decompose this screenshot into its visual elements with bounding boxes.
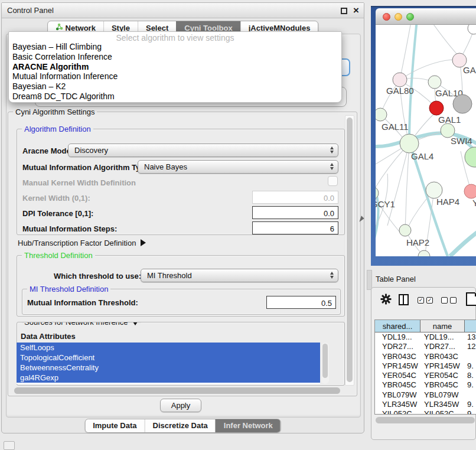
which-threshold-label: Which threshold to use:	[54, 272, 141, 281]
manual-kernel-label: Manual Kernel Width Definition	[22, 178, 136, 187]
data-attributes-list: SelfLoopsTopologicalCoefficientBetweenne…	[17, 343, 320, 384]
network-window-titlebar[interactable]	[376, 8, 476, 25]
mi-steps-field[interactable]	[252, 221, 338, 234]
attribute-item-topologicalcoefficient[interactable]: TopologicalCoefficient	[17, 353, 320, 363]
tab-discretize-data[interactable]: Discretize Data	[145, 419, 216, 432]
network-node-hap4[interactable]	[426, 182, 442, 198]
close-icon[interactable]: ×	[353, 5, 359, 17]
stepper-arrows-icon	[330, 163, 334, 170]
algorithm-dropdown-popup: Select algorithm to view settings Bayesi…	[8, 31, 342, 103]
table-cell: YBR045C	[420, 380, 465, 390]
table-cell: 12	[465, 342, 476, 351]
control-panel-title: Control Panel	[2, 6, 54, 15]
hub-definition-label: Hub/Transcription Factor Definition	[18, 239, 136, 247]
table-row[interactable]: YER054CYER054C8.	[375, 371, 476, 380]
table-row[interactable]: YPR145WYPR145W9.	[375, 361, 476, 371]
kernel-width-field[interactable]	[252, 191, 338, 204]
mac-minimize-icon[interactable]	[395, 13, 402, 21]
expand-right-icon	[141, 239, 146, 246]
attributes-scrollbar[interactable]	[321, 343, 329, 384]
table-row[interactable]: YBR043CYBR043C	[375, 352, 476, 361]
mac-close-icon[interactable]	[383, 13, 390, 21]
network-node[interactable]	[468, 25, 476, 34]
attribute-item-gal4rgexp[interactable]: gal4RGexp	[17, 373, 320, 383]
network-node-gal10[interactable]	[428, 76, 441, 89]
node-label: GAL4	[411, 151, 433, 161]
table-horizontal-scrollbar[interactable]	[374, 416, 476, 424]
algorithm-option-bayesian-hill-climbing[interactable]: Bayesian – Hill Climbing	[9, 42, 341, 52]
network-nodes[interactable]: GALGAL80GAL10GAL1GAL11GAL4SWI4GCY1HAP4YH…	[376, 25, 476, 256]
table-cell: YPR145W	[375, 361, 420, 371]
tab-impute-data[interactable]: Impute Data	[85, 419, 144, 432]
hub-definition-toggle[interactable]: Hub/Transcription Factor Definition	[18, 239, 146, 247]
stepper-arrows-icon	[330, 146, 334, 154]
mi-threshold-definition-group: MI Threshold Definition Mutual Informati…	[22, 289, 341, 315]
tab-infer-network[interactable]: Infer Network	[216, 419, 281, 432]
control-panel-titlebar: Control Panel ×	[2, 3, 364, 18]
network-node[interactable]	[418, 250, 430, 256]
settings-vertical-thumb[interactable]	[347, 118, 353, 382]
table-cell: YIL052C	[420, 409, 465, 415]
network-node-gal4[interactable]	[400, 134, 419, 153]
float-window-icon[interactable]	[341, 8, 347, 14]
table-cell: YER054C	[420, 371, 465, 380]
table-cell: 9.	[465, 361, 476, 371]
network-node-gal11[interactable]	[376, 108, 387, 121]
table-cell: YPR145W	[420, 361, 465, 371]
table-row[interactable]: YIL052CYIL052C9	[375, 409, 476, 415]
column-header-extra[interactable]	[465, 320, 476, 332]
aracne-mode-select[interactable]: Discovery	[68, 144, 338, 157]
network-node-gal1[interactable]	[429, 101, 444, 115]
threshold-definition-group: Threshold Definition Which threshold to …	[17, 255, 345, 317]
table-row[interactable]: YDL19...YDL19...13	[375, 332, 476, 342]
mi-type-select[interactable]: Naive Bayes	[138, 160, 338, 174]
algorithm-option-bayesian-k2[interactable]: Bayesian – K2	[9, 81, 341, 92]
algorithm-option-mutual-information-inference[interactable]: Mutual Information Inference	[9, 71, 341, 81]
document-icon[interactable]	[466, 292, 476, 306]
column-header-name[interactable]: name	[420, 320, 465, 332]
settings-horizontal-thumb[interactable]	[14, 387, 340, 394]
attributes-scrollbar-thumb[interactable]	[322, 344, 328, 378]
algorithm-option-basic-correlation-inference[interactable]: Basic Correlation Inference	[9, 52, 341, 62]
table-row[interactable]: YDR27...YDR27...12	[375, 342, 476, 351]
algorithm-option-dream8-dc-tdc-algorithm[interactable]: Dream8 DC_TDC Algorithm	[9, 92, 341, 102]
apply-button[interactable]: Apply	[160, 399, 201, 412]
network-node-gal80[interactable]	[393, 73, 407, 87]
table-panel-window: ✓ ✓ shared...name YDL19...YDL19...13YDR2…	[371, 287, 476, 440]
settings-group-title: Cyni Algorithm Settings	[13, 107, 97, 117]
tab-label: Discretize Data	[153, 421, 208, 430]
settings-horizontal-scrollbar[interactable]	[13, 387, 344, 394]
panel-splitter-fragment[interactable]	[367, 270, 372, 290]
algorithm-option-aracne-algorithm[interactable]: ARACNE Algorithm	[9, 62, 341, 72]
table-row[interactable]: YLR345WYLR345W9.	[375, 400, 476, 409]
network-canvas[interactable]: GALGAL80GAL10GAL1GAL11GAL4SWI4GCY1HAP4YH…	[376, 25, 476, 256]
table-row[interactable]: YBR045CYBR045C9.	[375, 380, 476, 390]
sources-toggle[interactable]: Sources for Network Inference	[22, 322, 141, 327]
table-header-row: shared...name	[375, 320, 476, 332]
manual-kernel-checkbox[interactable]	[328, 176, 338, 186]
table-cell: YDL19...	[375, 332, 420, 342]
kernel-width-label: Kernel Width (0,1):	[22, 194, 90, 203]
network-node-y[interactable]	[464, 184, 476, 198]
table-cell: YIL052C	[375, 409, 420, 415]
mi-threshold-field[interactable]	[266, 296, 336, 309]
minimized-panel-fragment[interactable]	[4, 441, 15, 450]
column-header-shared[interactable]: shared...	[375, 320, 420, 332]
table-row[interactable]: YBL079WYBL079W	[375, 390, 476, 400]
attribute-item-betweennesscentrality[interactable]: BetweennessCentrality	[17, 363, 320, 373]
network-node[interactable]	[465, 147, 476, 167]
gear-icon[interactable]	[380, 294, 392, 307]
dpi-tolerance-field[interactable]	[252, 206, 338, 219]
attribute-item-selfloops[interactable]: SelfLoops	[17, 343, 320, 353]
dropdown-placeholder: Select algorithm to view settings	[9, 32, 341, 42]
settings-vertical-scrollbar[interactable]	[345, 115, 354, 386]
select-all-icon[interactable]: ✓ ✓	[418, 297, 433, 304]
table-horizontal-thumb[interactable]	[376, 417, 475, 423]
which-threshold-select[interactable]: MI Threshold	[141, 269, 338, 282]
network-node[interactable]	[453, 94, 472, 113]
split-columns-icon[interactable]	[399, 294, 409, 305]
mac-zoom-icon[interactable]	[406, 13, 414, 21]
network-node-hap2[interactable]	[399, 224, 411, 236]
unchecked-box-icon	[441, 297, 448, 304]
deselect-all-icon[interactable]	[441, 297, 457, 304]
